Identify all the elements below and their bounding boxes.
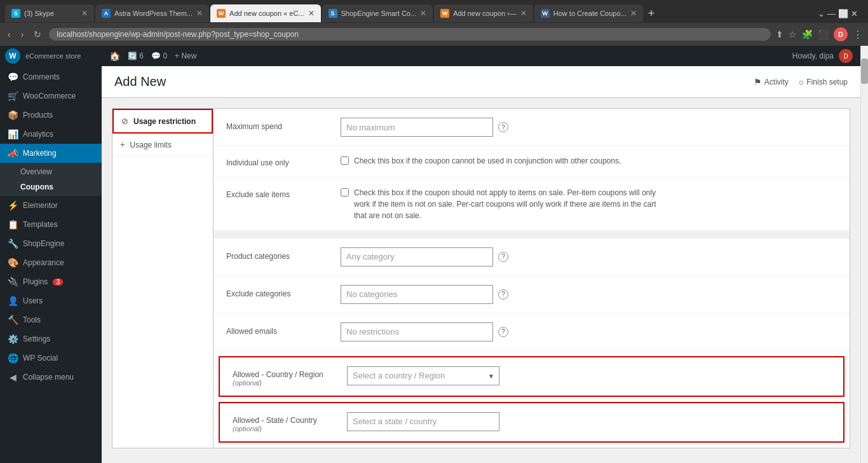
- admin-bar-wp[interactable]: 🏠: [109, 51, 120, 61]
- tab-addcoupon2[interactable]: W Add new coupon ‹— ✕: [434, 4, 533, 22]
- back-button[interactable]: ‹: [5, 28, 13, 41]
- tab-close-astra[interactable]: ✕: [196, 9, 203, 18]
- form-row-product-categories: Product categories ?: [214, 238, 850, 276]
- store-name: eCommerce store: [25, 52, 81, 60]
- sidebar-item-users[interactable]: 👤 Users: [0, 291, 102, 310]
- address-box[interactable]: localhost/shopengine/wp-admin/post-new.p…: [49, 28, 771, 41]
- wp-admin-bar: W eCommerce store: [0, 46, 102, 66]
- tab-label-skype: (3) Skype: [24, 10, 78, 17]
- howdy-text: Howdy, dipa: [792, 52, 834, 60]
- input-product-categories[interactable]: [341, 247, 493, 266]
- tab-astra[interactable]: A Astra WordPress Them... ✕: [95, 4, 209, 22]
- share-icon[interactable]: ⬆: [776, 29, 783, 39]
- sidebar-toggle-icon[interactable]: ⬛: [818, 29, 829, 39]
- profile-icon[interactable]: D: [834, 27, 848, 41]
- header-actions: ⚑ Activity ○ Finish setup: [754, 77, 848, 87]
- sidebar-item-wpsocial[interactable]: 🌐 WP Social: [0, 349, 102, 368]
- usage-limits-panel-item[interactable]: + Usage limits: [112, 134, 213, 156]
- tab-overflow-icon[interactable]: ⌄: [818, 9, 825, 18]
- tab-controls: ⌄ — ⬜ ✕: [813, 9, 863, 18]
- sidebar-label-collapse: Collapse menu: [23, 373, 74, 382]
- submenu-overview[interactable]: Overview: [0, 164, 102, 179]
- sidebar-item-collapse[interactable]: ◀ Collapse menu: [0, 368, 102, 387]
- maximize-icon[interactable]: ⬜: [838, 9, 848, 18]
- control-allowed-country: Select a country / Region ▼: [347, 366, 831, 385]
- help-maximum-spend[interactable]: ?: [498, 122, 508, 132]
- sidebar-label-woocommerce: WooCommerce: [23, 92, 76, 100]
- input-allowed-emails[interactable]: [341, 322, 493, 342]
- new-tab-button[interactable]: +: [644, 7, 659, 20]
- comments-icon: 💬: [8, 72, 18, 82]
- help-exclude-categories[interactable]: ?: [498, 289, 508, 300]
- tab-close-shopengine[interactable]: ✕: [420, 9, 426, 18]
- sidebar-item-woocommerce[interactable]: 🛒 WooCommerce: [0, 86, 102, 106]
- label-product-categories: Product categories: [226, 247, 341, 262]
- sidebar-label-elementor: Elementor: [23, 201, 58, 210]
- sidebar-item-marketing[interactable]: 📣 Marketing: [0, 144, 102, 163]
- marketing-submenu: Overview Coupons: [0, 163, 102, 196]
- tab-howto[interactable]: W How to Create Coupo... ✕: [534, 4, 643, 22]
- tab-shopengine[interactable]: S ShopEngine Smart Co... ✕: [322, 4, 433, 22]
- tab-close-addcoupon2[interactable]: ✕: [520, 9, 527, 18]
- forward-button[interactable]: ›: [18, 28, 27, 41]
- sidebar-item-tools[interactable]: 🔨 Tools: [0, 310, 102, 329]
- wp-logo[interactable]: W: [5, 48, 20, 64]
- help-allowed-emails[interactable]: ?: [498, 327, 508, 337]
- wpsocial-icon: 🌐: [8, 353, 18, 363]
- extensions-icon[interactable]: 🧩: [802, 29, 813, 39]
- select-allowed-country[interactable]: Select a country / Region: [347, 366, 499, 385]
- tab-addcoupon[interactable]: W Add new coupon « eC... ✕: [210, 4, 320, 22]
- label-exclude-categories: Exclude categories: [226, 285, 341, 300]
- tab-skype[interactable]: S (3) Skype ✕: [5, 4, 94, 22]
- close-browser-icon[interactable]: ✕: [851, 9, 858, 18]
- admin-bar-comments[interactable]: 💬 0: [151, 52, 167, 60]
- tab-close-addcoupon[interactable]: ✕: [308, 9, 315, 18]
- sidebar-item-settings[interactable]: ⚙️ Settings: [0, 329, 102, 349]
- bookmark-icon[interactable]: ☆: [789, 29, 797, 39]
- usage-limits-icon: +: [120, 140, 125, 149]
- sidebar-item-shopengine[interactable]: 🔧 ShopEngine: [0, 234, 102, 253]
- input-exclude-categories[interactable]: [341, 285, 493, 304]
- templates-icon: 📋: [8, 219, 18, 230]
- sidebar-item-comments[interactable]: 💬 Comments: [0, 67, 102, 86]
- sidebar-item-analytics[interactable]: 📊 Analytics: [0, 125, 102, 144]
- form-row-maximum-spend: Maximum spend ?: [214, 109, 850, 146]
- tab-close-skype[interactable]: ✕: [81, 9, 88, 18]
- sidebar-item-templates[interactable]: 📋 Templates: [0, 215, 102, 234]
- main-content: 🏠 🔄 6 💬 0 + New Howdy, dipa D Add New ⚑ …: [102, 46, 860, 463]
- admin-bar-updates[interactable]: 🔄 6: [128, 52, 144, 60]
- checkbox-individual-use[interactable]: [341, 156, 349, 165]
- finish-setup-label: Finish setup: [806, 78, 848, 86]
- activity-button[interactable]: ⚑ Activity: [754, 77, 789, 87]
- scrollbar-thumb[interactable]: [861, 59, 868, 84]
- sidebar-item-products[interactable]: 📦 Products: [0, 106, 102, 125]
- tab-close-howto[interactable]: ✕: [630, 9, 637, 18]
- full-layout: S (3) Skype ✕ A Astra WordPress Them... …: [0, 0, 868, 463]
- sidebar-item-elementor[interactable]: ⚡ Elementor: [0, 196, 102, 215]
- submenu-coupons[interactable]: Coupons: [0, 179, 102, 195]
- control-allowed-emails: ?: [341, 322, 837, 342]
- activity-label: Activity: [764, 78, 789, 86]
- usage-restriction-panel-item[interactable]: ⊘ Usage restriction: [112, 109, 213, 134]
- admin-bar-new[interactable]: + New: [175, 52, 196, 60]
- menu-icon[interactable]: ⋮: [853, 29, 863, 41]
- sidebar: W eCommerce store 💬 Comments 🛒 WooCommer…: [0, 46, 102, 463]
- input-maximum-spend[interactable]: [341, 118, 493, 137]
- sidebar-item-appearance[interactable]: 🎨 Appearance: [0, 253, 102, 272]
- sidebar-item-plugins[interactable]: 🔌 Plugins 3: [0, 272, 102, 291]
- tab-label-addcoupon: Add new coupon « eC...: [229, 10, 304, 17]
- help-product-categories[interactable]: ?: [498, 252, 508, 262]
- tab-favicon-shopengine: S: [329, 9, 337, 18]
- form-spacer: [214, 231, 850, 238]
- checkbox-exclude-sale[interactable]: [341, 188, 349, 197]
- label-exclude-sale: Exclude sale items: [226, 187, 341, 200]
- user-avatar[interactable]: D: [839, 49, 853, 63]
- plugins-badge: 3: [53, 279, 63, 286]
- label-allowed-state-text: Allowed - State / Country: [233, 416, 317, 425]
- scrollbar-area[interactable]: [860, 46, 868, 463]
- minimize-icon[interactable]: —: [827, 9, 836, 18]
- tab-favicon-addcoupon2: W: [440, 9, 449, 18]
- refresh-button[interactable]: ↻: [31, 28, 44, 41]
- input-allowed-state[interactable]: [347, 412, 499, 431]
- finish-setup-button[interactable]: ○ Finish setup: [799, 77, 848, 87]
